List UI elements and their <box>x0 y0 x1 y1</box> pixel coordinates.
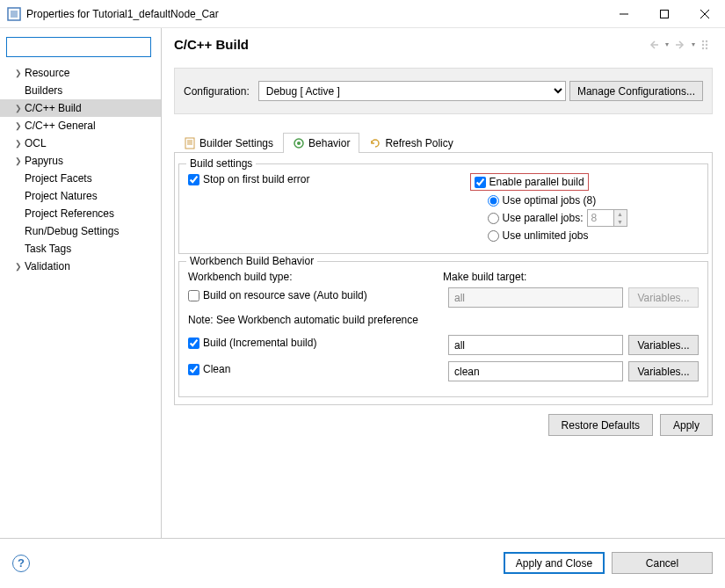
tree-item-builders[interactable]: Builders <box>0 82 161 99</box>
tree-label: OCL <box>25 135 47 151</box>
radio-label: Use parallel jobs: <box>503 212 584 224</box>
tree-item-project-natures[interactable]: Project Natures <box>0 187 161 205</box>
properties-tree: ❯Resource Builders ❯C/C++ Build ❯C/C++ G… <box>0 64 161 275</box>
build-type-label: Workbench build type: <box>188 271 443 283</box>
tree-item-cpp-build[interactable]: ❯C/C++ Build <box>0 99 161 117</box>
variables-button-inc[interactable]: Variables... <box>628 335 699 355</box>
configuration-bar: Configuration: Debug [ Active ] Manage C… <box>174 68 713 114</box>
svg-rect-1 <box>11 11 18 18</box>
build-incremental-checkbox[interactable]: Build (Incremental build) <box>188 337 443 349</box>
restore-defaults-button[interactable]: Restore Defaults <box>548 414 653 436</box>
chevron-down-icon[interactable]: ▾ <box>665 40 669 48</box>
svg-point-13 <box>706 47 707 48</box>
incremental-build-target-input[interactable] <box>448 335 623 355</box>
tree-label: Builders <box>25 83 62 98</box>
checkbox-label: Clean <box>203 363 230 375</box>
parallel-jobs-spinner: 8 ▲▼ <box>587 209 627 227</box>
tree-item-papyrus[interactable]: ❯Papyrus <box>0 152 161 170</box>
tree-item-run-debug[interactable]: Run/Debug Settings <box>0 222 161 240</box>
auto-build-target-input <box>448 287 623 308</box>
sidebar: ❯Resource Builders ❯C/C++ Build ❯C/C++ G… <box>0 28 162 538</box>
checkbox-label: Enable parallel build <box>489 176 584 188</box>
make-target-label: Make build target: <box>443 271 526 283</box>
nav-back-icon[interactable] <box>648 39 660 51</box>
spinner-up[interactable]: ▲ <box>614 210 627 218</box>
enable-parallel-checkbox[interactable]: Enable parallel build <box>475 176 584 188</box>
tab-label: Builder Settings <box>199 137 273 149</box>
chevron-down-icon[interactable]: ▾ <box>692 40 695 48</box>
help-icon[interactable]: ? <box>12 555 30 572</box>
checkbox-label: Build on resource save (Auto build) <box>203 289 367 301</box>
tabs: Builder Settings Behavior Refresh Policy <box>174 132 713 153</box>
variables-button-clean[interactable]: Variables... <box>628 361 699 381</box>
minimize-button[interactable] <box>604 0 644 28</box>
content-area: C/C++ Build ▾ ▾ Configuration: Debug [ A… <box>162 28 725 538</box>
tree-item-project-references[interactable]: Project References <box>0 205 161 222</box>
checkbox-label: Stop on first build error <box>203 173 309 185</box>
spinner-value: 8 <box>588 212 613 224</box>
tree-label: C/C++ General <box>25 118 96 134</box>
document-icon <box>184 137 196 149</box>
nav-forward-icon[interactable] <box>674 39 686 51</box>
radio-icon <box>293 137 305 149</box>
footer: ? Apply and Close Cancel <box>0 538 725 587</box>
workbench-behavior-group: Workbench Build Behavior Workbench build… <box>178 261 708 397</box>
use-unlimited-jobs-radio[interactable]: Use unlimited jobs <box>488 229 700 242</box>
svg-point-11 <box>706 40 707 41</box>
app-icon <box>7 7 21 21</box>
menu-icon[interactable] <box>700 39 713 51</box>
checkbox-label: Build (Incremental build) <box>203 337 316 349</box>
build-settings-group: Build settings Stop on first build error… <box>178 163 708 254</box>
svg-point-8 <box>702 40 704 41</box>
enable-parallel-highlight: Enable parallel build <box>470 173 589 191</box>
group-title: Build settings <box>186 157 256 170</box>
svg-point-12 <box>706 43 707 45</box>
tree-label: Project Natures <box>25 188 98 204</box>
tree-label: Run/Debug Settings <box>25 223 119 239</box>
tab-builder-settings[interactable]: Builder Settings <box>174 133 283 153</box>
tab-behavior[interactable]: Behavior <box>283 133 359 153</box>
svg-rect-14 <box>185 138 194 149</box>
tree-item-resource[interactable]: ❯Resource <box>0 64 161 82</box>
maximize-button[interactable] <box>644 0 685 28</box>
use-optimal-jobs-radio[interactable]: Use optimal jobs (8) <box>488 194 700 207</box>
spinner-down[interactable]: ▼ <box>614 218 627 226</box>
group-title: Workbench Build Behavior <box>186 255 317 267</box>
apply-and-close-button[interactable]: Apply and Close <box>504 552 605 574</box>
tree-item-project-facets[interactable]: Project Facets <box>0 170 161 187</box>
build-on-save-checkbox[interactable]: Build on resource save (Auto build) <box>188 289 443 301</box>
svg-rect-3 <box>661 10 669 18</box>
tree-label: Papyrus <box>25 153 63 169</box>
tab-label: Refresh Policy <box>385 137 453 149</box>
page-title: C/C++ Build <box>174 37 249 52</box>
tab-label: Behavior <box>308 137 350 149</box>
svg-point-19 <box>297 142 301 145</box>
tree-label: Project Facets <box>25 171 92 186</box>
tree-item-ocl[interactable]: ❯OCL <box>0 134 161 152</box>
tree-label: Resource <box>25 65 69 81</box>
filter-input[interactable] <box>6 37 151 57</box>
svg-point-9 <box>702 43 704 45</box>
use-parallel-jobs-radio[interactable]: Use parallel jobs: 8 ▲▼ <box>488 209 700 227</box>
apply-button[interactable]: Apply <box>660 414 713 436</box>
tab-refresh-policy[interactable]: Refresh Policy <box>359 133 462 153</box>
manage-configurations-button[interactable]: Manage Configurations... <box>569 81 703 101</box>
clean-target-input[interactable] <box>448 361 623 381</box>
tree-item-cpp-general[interactable]: ❯C/C++ General <box>0 117 161 134</box>
stop-on-error-checkbox[interactable]: Stop on first build error <box>188 173 417 185</box>
config-select[interactable]: Debug [ Active ] <box>258 81 566 101</box>
note-text: Note: See Workbench automatic build pref… <box>188 314 699 326</box>
tree-label: C/C++ Build <box>25 100 82 116</box>
tree-item-validation[interactable]: ❯Validation <box>0 258 161 275</box>
variables-button-auto: Variables... <box>628 287 699 308</box>
nav-icons: ▾ ▾ <box>648 39 713 51</box>
window-titlebar: Properties for Tutorial1_defaultNode_Car <box>0 0 725 28</box>
close-button[interactable] <box>685 0 725 28</box>
tree-item-task-tags[interactable]: Task Tags <box>0 240 161 258</box>
window-title: Properties for Tutorial1_defaultNode_Car <box>26 8 219 20</box>
radio-label: Use optimal jobs (8) <box>503 194 597 207</box>
cancel-button[interactable]: Cancel <box>612 552 713 574</box>
tree-label: Validation <box>25 258 70 274</box>
clean-checkbox[interactable]: Clean <box>188 363 443 375</box>
radio-label: Use unlimited jobs <box>503 229 589 242</box>
